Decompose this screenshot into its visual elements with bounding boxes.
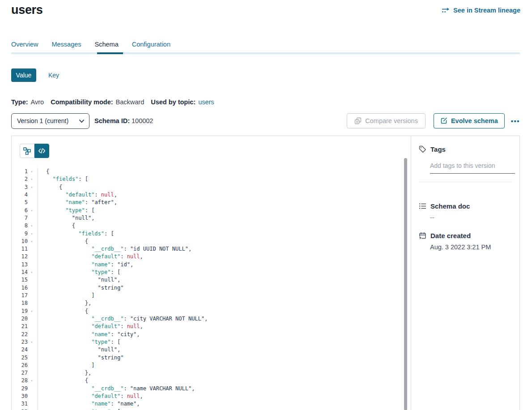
compatibility-value: Backward — [116, 98, 145, 106]
line-number: 13 — [12, 261, 28, 269]
fold-toggle-icon[interactable]: ▾ — [29, 207, 35, 214]
schema-doc-heading: Schema doc — [419, 202, 512, 210]
line-number: 32 — [12, 408, 28, 410]
tree-view-button[interactable] — [20, 144, 34, 158]
topic-link[interactable]: users — [198, 98, 214, 106]
version-select[interactable]: Version 1 (current) — [11, 113, 89, 129]
serde-toggle: Value Key — [11, 68, 59, 82]
code-line: 19▾ { — [12, 308, 404, 315]
compatibility-label: Compatibility mode: — [51, 98, 113, 106]
line-number: 28 — [12, 377, 28, 384]
code-text: "name": "after", — [38, 199, 117, 206]
fold-toggle-icon[interactable]: ▾ — [29, 222, 35, 230]
fold-toggle-icon[interactable]: ▾ — [29, 269, 35, 276]
stream-lineage-icon — [442, 7, 450, 14]
fold-toggle-icon[interactable]: ▾ — [29, 238, 35, 245]
edit-schema-icon — [440, 117, 447, 124]
line-number: 8 — [12, 222, 28, 230]
code-text: "fields": [ — [38, 230, 114, 238]
schema-id: Schema ID: 100002 — [94, 117, 153, 124]
schema-code-column: 1▾{2▾ "fields": [3▾ {4 "default": null,5… — [12, 136, 411, 410]
code-text: "name": "id", — [38, 261, 133, 269]
schema-metadata-sidebar: Tags Schema doc -- — [411, 136, 519, 410]
fold-toggle-icon[interactable]: ▾ — [29, 408, 35, 410]
line-number: 6 — [12, 207, 28, 214]
fold-toggle-icon[interactable]: ▾ — [29, 184, 35, 191]
fold-toggle-icon[interactable]: ▾ — [29, 338, 35, 346]
type-label: Type: — [11, 98, 28, 106]
code-line: 17 ] — [12, 292, 404, 299]
view-mode-toggle — [20, 144, 49, 158]
code-text: { — [38, 308, 88, 315]
chevron-down-icon — [79, 120, 84, 123]
stream-lineage-link[interactable]: See in Stream lineage — [442, 7, 520, 14]
code-line: 18 }, — [12, 299, 404, 307]
schema-doc-value: -- — [430, 214, 512, 221]
fold-toggle-icon[interactable]: ▾ — [29, 175, 35, 183]
code-text: "type": [ — [38, 207, 94, 214]
fold-spacer — [29, 284, 35, 292]
calendar-plus-icon — [419, 232, 426, 239]
line-number: 30 — [12, 393, 28, 400]
evolve-schema-button[interactable]: Evolve schema — [434, 113, 505, 128]
fold-spacer — [29, 199, 35, 206]
code-text: { — [38, 238, 88, 245]
schema-toolbar: Version 1 (current) Schema ID: 100002 Co… — [11, 113, 520, 129]
vertical-scrollbar[interactable] — [404, 158, 407, 410]
fold-toggle-icon[interactable]: ▾ — [29, 168, 35, 175]
line-number: 1 — [12, 168, 28, 175]
line-number: 17 — [12, 292, 28, 299]
line-number: 25 — [12, 354, 28, 362]
code-view-icon — [38, 147, 46, 154]
fold-spacer — [29, 191, 35, 199]
fold-toggle-icon[interactable]: ▾ — [29, 308, 35, 315]
code-line: 25 "string" — [12, 354, 404, 362]
code-line: 24 "null", — [12, 346, 404, 354]
code-line: 3▾ { — [12, 184, 404, 191]
fold-spacer — [29, 299, 35, 307]
line-number: 12 — [12, 253, 28, 261]
value-toggle-button[interactable]: Value — [11, 68, 36, 82]
line-number: 19 — [12, 308, 28, 315]
code-line: 30 "default": null, — [12, 393, 404, 400]
fold-spacer — [29, 346, 35, 354]
code-view-button[interactable] — [34, 144, 49, 158]
compare-icon — [354, 117, 362, 124]
code-text: "default": null, — [38, 323, 143, 330]
compare-versions-button[interactable]: Compare versions — [347, 113, 426, 128]
line-number: 31 — [12, 400, 28, 408]
line-number: 5 — [12, 199, 28, 206]
code-line: 21 "default": null, — [12, 323, 404, 330]
line-number: 10 — [12, 238, 28, 245]
code-text: }, — [38, 369, 91, 377]
type-value: Avro — [31, 98, 44, 106]
add-tags-input[interactable] — [430, 162, 515, 174]
code-line: 13 "name": "id", — [12, 261, 404, 269]
code-text: "default": null, — [38, 393, 143, 400]
code-line: 5 "name": "after", — [12, 199, 404, 206]
code-line: 28▾ { — [12, 377, 404, 384]
line-number: 3 — [12, 184, 28, 191]
more-actions-button[interactable]: ••• — [511, 117, 520, 125]
code-line: 14▾ "type": [ — [12, 269, 404, 276]
code-text: ] — [38, 362, 94, 369]
code-line: 15 "null", — [12, 276, 404, 284]
code-text: "__crdb__": "id UUID NOT NULL", — [38, 245, 192, 253]
code-line: 10▾ { — [12, 238, 404, 245]
line-number: 18 — [12, 299, 28, 307]
line-number: 27 — [12, 369, 28, 377]
code-text: "default": null, — [38, 253, 143, 261]
tree-view-icon — [23, 147, 31, 155]
code-text: { — [38, 184, 62, 191]
code-text: ] — [38, 292, 94, 299]
key-toggle-button[interactable]: Key — [48, 72, 59, 79]
code-text: "type": [ — [38, 269, 120, 276]
code-text: { — [38, 377, 88, 384]
fold-toggle-icon[interactable]: ▾ — [29, 377, 35, 384]
fold-toggle-icon[interactable]: ▾ — [29, 230, 35, 238]
tab-underline-track — [11, 52, 520, 54]
fold-spacer — [29, 331, 35, 338]
line-number: 7 — [12, 214, 28, 222]
code-line: 6▾ "type": [ — [12, 207, 404, 214]
code-line: 31 "name": "name", — [12, 400, 404, 408]
